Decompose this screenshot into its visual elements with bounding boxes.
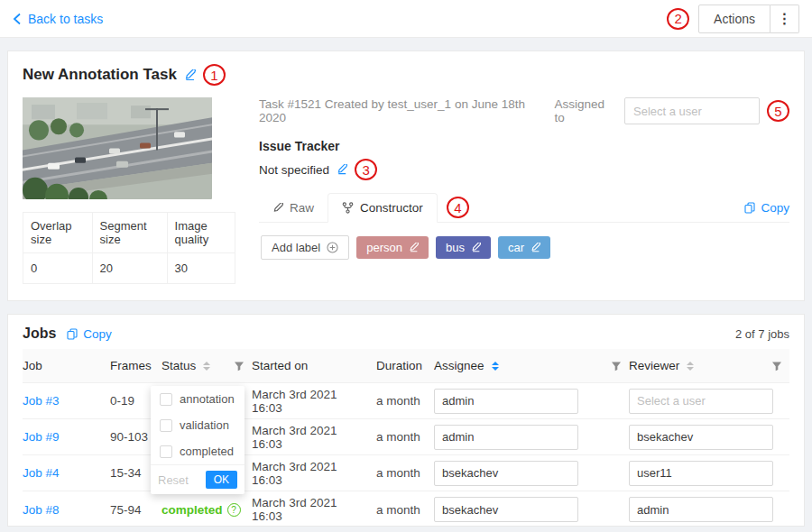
- col-frames: Frames: [110, 359, 152, 372]
- job-started: March 3rd 2021 16:03: [252, 496, 369, 523]
- checkbox[interactable]: [160, 393, 172, 406]
- job-started: March 3rd 2021 16:03: [252, 388, 369, 415]
- job-row: Job #8 75-94 completed ? March 3rd 2021 …: [23, 491, 789, 527]
- edit-label-icon[interactable]: [531, 243, 540, 252]
- job-assignee-input[interactable]: [434, 461, 578, 486]
- job-duration: a month: [376, 466, 420, 480]
- job-reviewer-input[interactable]: [629, 389, 773, 414]
- tab-constructor[interactable]: Constructor: [328, 193, 438, 223]
- chevron-left-icon: [13, 13, 22, 25]
- page-title: New Annotation Task: [23, 66, 177, 84]
- annotation-marker-4: 4: [447, 197, 469, 218]
- edit-label-icon[interactable]: [409, 243, 419, 252]
- job-link[interactable]: Job #3: [23, 394, 60, 408]
- jobs-table-header: Job Frames Status Started on Duration As…: [23, 349, 789, 383]
- job-link[interactable]: Job #9: [23, 430, 60, 444]
- assigned-to-label: Assigned to: [554, 97, 617, 124]
- job-started: March 3rd 2021 16:03: [252, 460, 369, 487]
- col-reviewer: Reviewer: [629, 359, 679, 372]
- job-frames: 75-94: [110, 503, 142, 517]
- plus-circle-icon: [327, 242, 338, 253]
- reviewer-sorter-icon[interactable]: [687, 362, 694, 371]
- more-menu-button[interactable]: ⋮: [770, 5, 799, 33]
- job-assignee-input[interactable]: [434, 497, 578, 522]
- issue-tracker-title: Issue Tracker: [259, 139, 789, 153]
- job-link[interactable]: Job #4: [23, 466, 60, 480]
- task-assignee-input[interactable]: [624, 97, 760, 124]
- job-started: March 3rd 2021 16:03: [252, 424, 369, 451]
- actions-button[interactable]: Actions: [698, 5, 770, 33]
- param-header-quality: Image quality: [167, 213, 235, 253]
- job-link[interactable]: Job #8: [23, 503, 60, 517]
- annotation-marker-5: 5: [767, 100, 789, 122]
- col-duration: Duration: [376, 359, 422, 372]
- back-to-tasks-label: Back to tasks: [28, 12, 103, 26]
- copy-jobs-link[interactable]: Copy: [67, 327, 112, 341]
- task-details-card: New Annotation Task 1: [7, 50, 805, 301]
- job-row: Job #9 90-103 March 3rd 2021 16:03 a mon…: [23, 419, 789, 455]
- job-reviewer-input[interactable]: [629, 461, 773, 486]
- filter-option-validation[interactable]: validation: [151, 412, 245, 438]
- job-frames: 0-19: [110, 394, 134, 408]
- jobs-card: Jobs Copy 2 of 7 jobs Job Frames Status …: [7, 314, 805, 527]
- filter-reset-button[interactable]: Reset: [158, 473, 189, 487]
- edit-label-icon[interactable]: [471, 243, 481, 252]
- jobs-title: Jobs: [23, 326, 56, 342]
- copy-icon: [67, 328, 78, 340]
- job-assignee-input[interactable]: [434, 425, 578, 450]
- reviewer-filter-icon[interactable]: [771, 361, 782, 371]
- status-filter-icon[interactable]: [234, 361, 245, 371]
- job-duration: a month: [376, 430, 420, 444]
- task-preview-image: [23, 97, 212, 199]
- assignee-sorter-icon[interactable]: [492, 362, 499, 371]
- assignee-filter-icon[interactable]: [611, 361, 622, 371]
- col-started: Started on: [252, 359, 308, 372]
- copy-labels-link[interactable]: Copy: [744, 201, 789, 222]
- annotation-marker-1: 1: [203, 64, 226, 86]
- jobs-count: 2 of 7 jobs: [735, 327, 789, 341]
- job-reviewer-input[interactable]: [629, 425, 773, 450]
- col-job: Job: [23, 359, 42, 372]
- issue-tracker-value: Not specified: [259, 163, 329, 177]
- param-value-quality: 30: [167, 253, 235, 284]
- question-circle-icon[interactable]: ?: [227, 503, 241, 517]
- param-header-segment: Segment size: [92, 213, 167, 253]
- filter-option-completed[interactable]: completed: [151, 438, 245, 464]
- status-sorter-icon[interactable]: [203, 362, 210, 371]
- job-assignee-input[interactable]: [434, 389, 578, 414]
- job-reviewer-input[interactable]: [629, 497, 773, 522]
- branch-icon: [342, 202, 354, 214]
- checkbox[interactable]: [160, 419, 172, 432]
- top-navigation-bar: Back to tasks 2 Actions ⋮: [0, 0, 812, 38]
- filter-ok-button[interactable]: OK: [206, 471, 237, 489]
- checkbox[interactable]: [160, 445, 172, 458]
- job-row: Job #4 15-34 March 3rd 2021 16:03 a mont…: [23, 455, 789, 491]
- edit-task-name-icon[interactable]: [184, 69, 196, 81]
- status-filter-dropdown: annotation validation completed Reset OK: [151, 386, 245, 494]
- filter-option-annotation[interactable]: annotation: [151, 386, 245, 412]
- pencil-icon: [272, 203, 283, 214]
- param-value-segment: 20: [92, 253, 167, 284]
- job-duration: a month: [376, 394, 420, 408]
- annotation-marker-2: 2: [667, 8, 689, 30]
- param-header-overlap: Overlap size: [23, 213, 93, 253]
- kebab-icon: ⋮: [778, 11, 792, 26]
- add-label-button[interactable]: Add label: [261, 235, 349, 260]
- task-parameters-table: Overlap size Segment size Image quality …: [23, 212, 235, 284]
- job-status: completed: [161, 503, 223, 517]
- job-frames: 15-34: [110, 466, 142, 480]
- task-meta-text: Task #1521 Created by test_user_1 on Jun…: [259, 97, 554, 124]
- annotation-marker-3: 3: [355, 159, 377, 180]
- back-to-tasks-link[interactable]: Back to tasks: [13, 12, 103, 26]
- job-frames: 90-103: [110, 430, 148, 444]
- label-chip-bus[interactable]: bus: [436, 236, 491, 259]
- label-chip-car[interactable]: car: [498, 236, 550, 259]
- job-row: Job #3 0-19 March 3rd 2021 16:03 a month: [23, 383, 789, 419]
- tab-raw[interactable]: Raw: [259, 194, 328, 222]
- actions-button-group: Actions ⋮: [698, 5, 799, 33]
- copy-icon: [744, 202, 755, 214]
- job-duration: a month: [376, 503, 420, 517]
- labels-editor-tabs: Raw Constructor 4 Copy: [259, 193, 789, 223]
- label-chip-person[interactable]: person: [356, 236, 429, 259]
- edit-issue-tracker-icon[interactable]: [337, 164, 347, 175]
